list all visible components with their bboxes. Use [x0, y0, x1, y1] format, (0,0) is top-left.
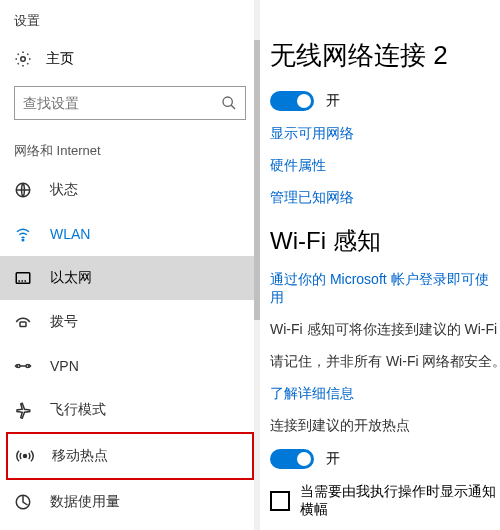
dialup-icon: [14, 313, 34, 331]
airplane-icon: [14, 401, 34, 419]
sidebar-item-datausage[interactable]: 数据使用量: [0, 480, 260, 524]
svg-line-2: [231, 105, 235, 109]
content-pane: 无线网络连接 2 开 显示可用网络 硬件属性 管理已知网络 Wi-Fi 感知 通…: [260, 0, 500, 530]
search-icon: [221, 95, 237, 111]
highlight-box: 移动热点: [6, 432, 254, 480]
link-manage-known[interactable]: 管理已知网络: [270, 189, 500, 207]
sidebar-item-dialup[interactable]: 拨号: [0, 300, 260, 344]
search-box[interactable]: [14, 86, 246, 120]
link-learn-more[interactable]: 了解详细信息: [270, 385, 500, 403]
search-input[interactable]: [23, 95, 221, 111]
toggle-label: 开: [326, 92, 340, 110]
wifi-sense-heading: Wi-Fi 感知: [270, 225, 500, 257]
ethernet-icon: [14, 269, 34, 287]
sidebar-item-wlan[interactable]: WLAN: [0, 212, 260, 256]
notify-checkbox[interactable]: [270, 491, 290, 511]
sidebar-item-status[interactable]: 状态: [0, 168, 260, 212]
scrollbar-thumb[interactable]: [254, 40, 260, 320]
status-icon: [14, 181, 34, 199]
sidebar-item-hotspot[interactable]: 移动热点: [8, 434, 252, 478]
sidebar-item-vpn[interactable]: VPN: [0, 344, 260, 388]
hotspot-icon: [16, 447, 36, 465]
svg-point-0: [21, 57, 26, 62]
link-show-networks[interactable]: 显示可用网络: [270, 125, 500, 143]
sidebar-item-label: 状态: [50, 181, 78, 199]
section-label: 网络和 Internet: [0, 134, 260, 168]
svg-point-4: [22, 239, 24, 241]
sidebar-item-label: 飞行模式: [50, 401, 106, 419]
sidebar: 设置 主页 网络和 Internet 状态: [0, 0, 260, 530]
vpn-icon: [14, 357, 34, 375]
sidebar-item-label: 数据使用量: [50, 493, 120, 511]
svg-point-1: [223, 97, 232, 106]
sidebar-item-label: 拨号: [50, 313, 78, 331]
app-title: 设置: [0, 10, 260, 40]
home-label: 主页: [46, 50, 74, 68]
sidebar-item-label: VPN: [50, 358, 79, 374]
checkbox-label: 当需要由我执行操作时显示通知横幅: [300, 483, 500, 519]
sidebar-item-label: 移动热点: [52, 447, 108, 465]
wifi-icon: [14, 225, 34, 243]
wifi-toggle[interactable]: [270, 91, 314, 111]
sense-desc-2: 请记住，并非所有 Wi-Fi 网络都安全。: [270, 353, 500, 371]
connect-open-label: 连接到建议的开放热点: [270, 417, 500, 435]
gear-icon: [14, 50, 32, 68]
scrollbar[interactable]: [254, 0, 260, 530]
sidebar-item-label: WLAN: [50, 226, 90, 242]
home-button[interactable]: 主页: [0, 40, 260, 78]
page-heading: 无线网络连接 2: [270, 38, 500, 73]
svg-rect-6: [20, 322, 26, 327]
sense-desc-1: Wi-Fi 感知可将你连接到建议的 Wi-Fi 热: [270, 321, 500, 339]
link-ms-login[interactable]: 通过你的 Microsoft 帐户登录即可使用: [270, 271, 500, 307]
sidebar-item-airplane[interactable]: 飞行模式: [0, 388, 260, 432]
sidebar-item-proxy[interactable]: 代理: [0, 524, 260, 530]
sidebar-item-ethernet[interactable]: 以太网: [0, 256, 260, 300]
link-hardware-props[interactable]: 硬件属性: [270, 157, 500, 175]
open-hotspot-toggle[interactable]: [270, 449, 314, 469]
toggle-label: 开: [326, 450, 340, 468]
svg-point-9: [24, 455, 27, 458]
sidebar-item-label: 以太网: [50, 269, 92, 287]
datausage-icon: [14, 493, 34, 511]
